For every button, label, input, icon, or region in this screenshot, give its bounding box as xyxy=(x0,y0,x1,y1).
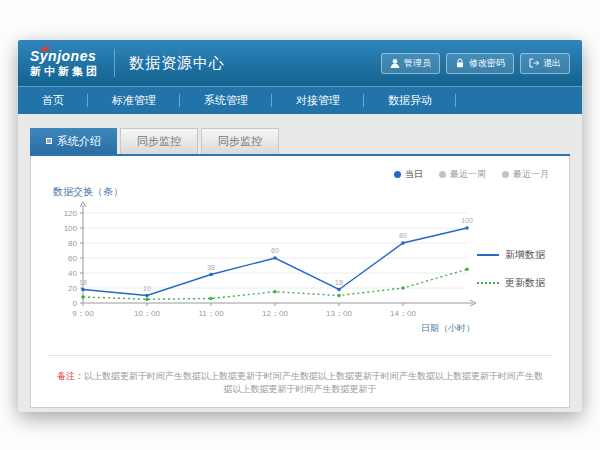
nav-item-system-mgmt[interactable]: 系统管理 xyxy=(180,87,272,114)
app-window: Synjones 新中新集团 数据资源中心 管理员 修改密码 退出 xyxy=(18,40,582,412)
tab-sync-monitor-1[interactable]: 同步监控 xyxy=(120,128,198,154)
page-title: 数据资源中心 xyxy=(129,54,225,73)
line-sample-icon xyxy=(477,254,499,256)
svg-text:13：00: 13：00 xyxy=(326,309,352,318)
main-nav: 首页 标准管理 系统管理 对接管理 数据异动 xyxy=(18,86,582,114)
content-area: 系统介绍 同步监控 同步监控 当日 最近一周 最近一月 数据交 xyxy=(18,114,582,408)
change-password-button[interactable]: 修改密码 xyxy=(446,53,514,74)
svg-text:10：00: 10：00 xyxy=(134,309,160,318)
filter-dot-icon xyxy=(394,171,401,178)
chart-row: 0204060801001209：0010：0011：0012：0013：001… xyxy=(47,199,553,349)
nav-item-standard-mgmt[interactable]: 标准管理 xyxy=(88,87,180,114)
admin-user-button[interactable]: 管理员 xyxy=(381,53,440,74)
user-icon xyxy=(390,58,400,68)
svg-text:40: 40 xyxy=(68,269,77,278)
logo-text: Synjones xyxy=(30,49,100,64)
tab-system-intro[interactable]: 系统介绍 xyxy=(30,128,117,154)
logout-button[interactable]: 退出 xyxy=(520,53,570,74)
nav-item-home[interactable]: 首页 xyxy=(18,87,88,114)
line-chart: 0204060801001209：0010：0011：0012：0013：001… xyxy=(47,199,477,349)
time-filter-legend: 当日 最近一周 最近一月 xyxy=(47,164,553,183)
svg-text:14：00: 14：00 xyxy=(390,309,416,318)
logout-icon xyxy=(529,58,539,68)
lock-icon xyxy=(455,58,465,68)
legend-updated-data[interactable]: 更新数据 xyxy=(477,276,551,290)
svg-text:12：00: 12：00 xyxy=(262,309,288,318)
svg-text:60: 60 xyxy=(68,254,77,263)
series-legend: 新增数据 更新数据 xyxy=(477,248,551,290)
filter-dot-icon xyxy=(439,171,446,178)
svg-text:120: 120 xyxy=(64,209,78,218)
svg-text:38: 38 xyxy=(207,264,215,271)
svg-text:9：00: 9：00 xyxy=(72,309,94,318)
filter-today[interactable]: 当日 xyxy=(394,168,423,181)
svg-text:80: 80 xyxy=(399,232,407,239)
tab-sync-monitor-2[interactable]: 同步监控 xyxy=(201,128,279,154)
logo: Synjones 新中新集团 xyxy=(30,49,115,76)
svg-text:0: 0 xyxy=(73,299,78,308)
svg-text:80: 80 xyxy=(68,239,77,248)
filter-dot-icon xyxy=(502,171,509,178)
tab-bar: 系统介绍 同步监控 同步监控 xyxy=(30,128,570,156)
filter-last-month[interactable]: 最近一月 xyxy=(502,168,549,181)
svg-text:10: 10 xyxy=(143,285,151,292)
app-header: Synjones 新中新集团 数据资源中心 管理员 修改密码 退出 xyxy=(18,40,582,86)
line-sample-icon xyxy=(477,282,499,284)
svg-text:18: 18 xyxy=(335,279,343,286)
footnote: 备注：以上数据更新于时间产生数据以上数据更新于时间产生数据以上数据更新于时间产生… xyxy=(47,355,553,410)
svg-text:11：00: 11：00 xyxy=(198,309,224,318)
svg-text:20: 20 xyxy=(68,284,77,293)
y-axis-title: 数据交换（条） xyxy=(53,185,553,199)
svg-text:日期（小时）: 日期（小时） xyxy=(421,323,475,333)
nav-item-interface-mgmt[interactable]: 对接管理 xyxy=(272,87,364,114)
svg-text:60: 60 xyxy=(271,247,279,254)
tab-icon xyxy=(46,138,52,144)
logo-subtitle: 新中新集团 xyxy=(30,65,100,77)
svg-text:18: 18 xyxy=(79,279,87,286)
nav-item-data-change[interactable]: 数据异动 xyxy=(364,87,456,114)
chart-panel: 当日 最近一周 最近一月 数据交换（条） 0204060801001209：00… xyxy=(30,156,570,408)
footnote-label: 备注： xyxy=(57,371,84,381)
legend-new-data[interactable]: 新增数据 xyxy=(477,248,551,262)
svg-text:100: 100 xyxy=(64,224,78,233)
header-actions: 管理员 修改密码 退出 xyxy=(381,53,570,74)
footnote-text: 以上数据更新于时间产生数据以上数据更新于时间产生数据以上数据更新于时间产生数据以… xyxy=(84,371,543,394)
svg-text:100: 100 xyxy=(461,217,473,224)
filter-last-week[interactable]: 最近一周 xyxy=(439,168,486,181)
